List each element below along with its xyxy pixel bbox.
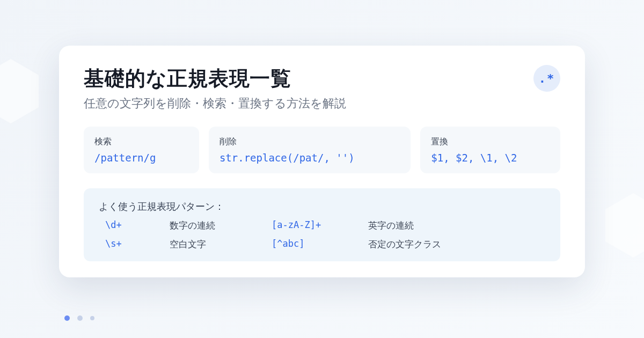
op-search: 検索 /pattern/g [84, 127, 199, 173]
dot-2 [77, 315, 83, 321]
pattern-code: \d+ [105, 219, 164, 232]
patterns-grid: \d+ 数字の連続 [a-zA-Z]+ 英字の連続 \s+ 空白文字 [^abc… [99, 219, 545, 251]
operations-row: 検索 /pattern/g 削除 str.replace(/pat/, '') … [84, 127, 560, 173]
content-card: 基礎的な正規表現一覧 任意の文字列を削除・検索・置換する方法を解説 .* 検索 … [59, 46, 585, 277]
regex-badge-icon: .* [533, 65, 560, 92]
op-delete-code: str.replace(/pat/, '') [219, 152, 400, 164]
pattern-code: [^abc] [272, 238, 363, 251]
header-row: 基礎的な正規表現一覧 任意の文字列を削除・検索・置換する方法を解説 .* [84, 65, 560, 112]
op-search-label: 検索 [94, 136, 188, 148]
pattern-code: [a-zA-Z]+ [272, 219, 363, 232]
dot-1 [64, 315, 70, 321]
op-delete-label: 削除 [219, 136, 400, 148]
op-replace: 置換 $1, $2, \1, \2 [420, 127, 560, 173]
op-replace-label: 置換 [431, 136, 550, 148]
pattern-code: \s+ [105, 238, 164, 251]
bg-hex-shape [601, 193, 644, 258]
pattern-desc: 否定の文字クラス [368, 238, 545, 251]
patterns-panel: よく使う正規表現パターン： \d+ 数字の連続 [a-zA-Z]+ 英字の連続 … [84, 188, 560, 261]
op-delete: 削除 str.replace(/pat/, '') [209, 127, 411, 173]
op-search-code: /pattern/g [94, 152, 188, 164]
bg-hex-shape [0, 59, 43, 123]
page-subtitle: 任意の文字列を削除・検索・置換する方法を解説 [84, 95, 346, 112]
page-title: 基礎的な正規表現一覧 [84, 65, 346, 92]
pagination-dots [64, 315, 94, 321]
pattern-desc: 数字の連続 [170, 219, 266, 232]
dot-3 [90, 316, 94, 320]
header-text: 基礎的な正規表現一覧 任意の文字列を削除・検索・置換する方法を解説 [84, 65, 346, 112]
op-replace-code: $1, $2, \1, \2 [431, 152, 550, 164]
patterns-title: よく使う正規表現パターン： [99, 200, 545, 213]
pattern-desc: 空白文字 [170, 238, 266, 251]
pattern-desc: 英字の連続 [368, 219, 545, 232]
regex-badge-text: .* [539, 72, 555, 85]
